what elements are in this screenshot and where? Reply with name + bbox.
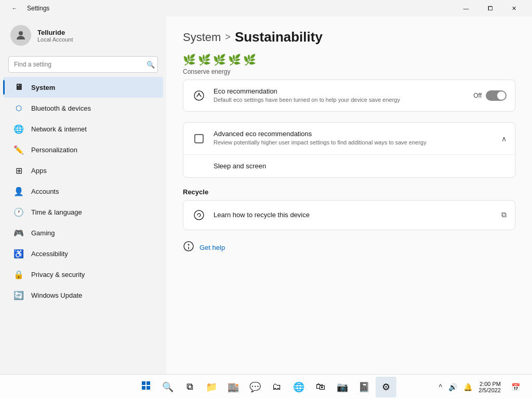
taskbar-right: ^ 🔊 🔔 2:00 PM 2/5/2022 📅 (437, 377, 526, 397)
recycle-link-action: ⧉ (501, 210, 507, 219)
taskbar-search-icon: 🔍 (162, 381, 174, 393)
svg-point-4 (194, 210, 204, 220)
sidebar-item-personalization[interactable]: ✏️ Personalization (3, 139, 163, 160)
sidebar-item-time[interactable]: 🕐 Time & language (3, 202, 163, 222)
app-title: Settings (27, 5, 49, 12)
sidebar-item-network[interactable]: 🌐 Network & internet (3, 118, 163, 139)
eco-toggle[interactable] (486, 90, 507, 101)
breadcrumb-separator: > (225, 32, 231, 43)
taskbar-center: 🔍 ⧉ 📁 🏬 💬 🗂 🌐 🛍 📷 📓 ⚙ (136, 377, 396, 397)
leaf-icons: 🌿 🌿 🌿 🌿 🌿 (183, 54, 515, 66)
svg-point-6 (188, 244, 190, 245)
profile-name: Telluride (37, 29, 73, 36)
window-controls: — ⧠ ✕ (454, 0, 526, 17)
taskbar-clock[interactable]: 2:00 PM 2/5/2022 (478, 381, 501, 393)
taskbar-files-button[interactable]: 🗂 (267, 377, 287, 397)
taskbar-sys-icons: ^ 🔊 🔔 (437, 382, 475, 392)
recycle-label: Recycle (183, 188, 515, 196)
taskbar-camera-button[interactable]: 📷 (332, 377, 353, 397)
leaf-icon-2: 🌿 (198, 54, 211, 66)
recycle-title: Learn how to recycle this device (214, 211, 494, 219)
minimize-button[interactable]: — (454, 0, 478, 17)
taskbar-search-button[interactable]: 🔍 (157, 377, 178, 397)
sidebar-item-system[interactable]: 🖥 System (3, 77, 163, 98)
taskbar-time-value: 2:00 PM (480, 381, 501, 387)
accessibility-icon: ♿ (14, 248, 24, 259)
taskbar-notepad-button[interactable]: 📓 (354, 377, 375, 397)
sleep-and-screen-item[interactable]: Sleep and screen (183, 155, 515, 177)
advanced-eco-header[interactable]: Advanced eco recommendations Review pote… (183, 123, 515, 154)
svg-rect-8 (142, 381, 145, 385)
taskbar-settings-button[interactable]: ⚙ (376, 377, 396, 397)
eco-recommendation-card: Eco recommendation Default eco settings … (183, 79, 515, 112)
get-help[interactable]: Get help (183, 241, 515, 255)
settings-taskbar-icon: ⚙ (382, 381, 390, 393)
nav-label-system: System (31, 84, 55, 91)
taskbar-store-button[interactable]: 🛍 (310, 377, 331, 397)
back-button[interactable]: ← (6, 0, 23, 17)
taskbar-fileexplorer-button[interactable]: 📁 (201, 377, 222, 397)
taskview-icon: ⧉ (187, 381, 193, 392)
chevron-up-icon[interactable]: ∧ (501, 135, 507, 143)
advanced-eco-text: Advanced eco recommendations Review pote… (214, 130, 494, 147)
taskbar-teams-button[interactable]: 💬 (245, 377, 265, 397)
nav-label-accessibility: Accessibility (31, 250, 68, 258)
close-button[interactable]: ✕ (502, 0, 526, 17)
nav-section: 🖥 System ⬡ Bluetooth & devices 🌐 Network… (0, 77, 166, 305)
nav-label-network: Network & internet (31, 125, 87, 133)
sidebar-item-update[interactable]: 🔄 Windows Update (3, 285, 163, 305)
maximize-button[interactable]: ⧠ (478, 0, 502, 17)
advanced-eco-section: Advanced eco recommendations Review pote… (183, 122, 515, 177)
taskbar-taskview-button[interactable]: ⧉ (179, 377, 200, 397)
nav-label-gaming: Gaming (31, 229, 55, 237)
update-icon: 🔄 (14, 290, 24, 300)
avatar (10, 25, 31, 46)
taskbar: 🔍 ⧉ 📁 🏬 💬 🗂 🌐 🛍 📷 📓 ⚙ (0, 374, 532, 399)
camera-icon: 📷 (337, 381, 348, 393)
start-button[interactable] (136, 377, 156, 397)
get-help-icon (183, 241, 194, 255)
sidebar-item-accessibility[interactable]: ♿ Accessibility (3, 243, 163, 264)
network-icon: 🌐 (14, 124, 24, 134)
recycle-icon (192, 208, 206, 222)
get-help-label[interactable]: Get help (200, 244, 225, 251)
search-input[interactable] (8, 56, 158, 73)
profile-type: Local Account (37, 36, 73, 43)
nav-label-privacy: Privacy & security (31, 271, 85, 278)
sidebar-item-bluetooth[interactable]: ⬡ Bluetooth & devices (3, 98, 163, 118)
sidebar-item-accounts[interactable]: 👤 Accounts (3, 181, 163, 202)
search-icon-button[interactable]: 🔍 (147, 61, 155, 69)
edge-icon: 🌐 (293, 381, 304, 393)
eco-recommendation-title: Eco recommendation (214, 87, 466, 95)
nav-label-personalization: Personalization (31, 146, 77, 154)
recycle-item[interactable]: Learn how to recycle this device ⧉ (183, 201, 515, 230)
breadcrumb-parent[interactable]: System (183, 31, 221, 44)
profile-section[interactable]: Telluride Local Account (0, 17, 166, 54)
leaf-icon-4: 🌿 (228, 54, 241, 66)
start-icon (141, 381, 151, 393)
notification-icon[interactable]: 🔔 (461, 382, 474, 392)
svg-point-2 (198, 93, 200, 95)
taskbar-edge-button[interactable]: 🌐 (288, 377, 309, 397)
taskbar-notification-panel[interactable]: 📅 (505, 377, 526, 397)
system-icon: 🖥 (14, 82, 24, 92)
files-icon: 🗂 (272, 381, 282, 392)
eco-recommendation-item[interactable]: Eco recommendation Default eco settings … (183, 80, 515, 111)
sidebar-item-gaming[interactable]: 🎮 Gaming (3, 222, 163, 243)
eco-toggle-group: Off (473, 90, 507, 101)
recycle-text: Learn how to recycle this device (214, 211, 494, 219)
svg-rect-9 (147, 381, 150, 385)
search-icon: 🔍 (147, 61, 155, 69)
search-box[interactable]: 🔍 (8, 56, 158, 73)
sidebar-item-privacy[interactable]: 🔒 Privacy & security (3, 264, 163, 285)
chevron-icon[interactable]: ^ (437, 382, 445, 392)
back-icon: ← (12, 5, 18, 11)
taskbar-microsoftstore-button[interactable]: 🏬 (223, 377, 244, 397)
eco-recommendation-icon (192, 88, 206, 103)
sidebar-item-apps[interactable]: ⊞ Apps (3, 160, 163, 181)
sleep-and-screen-label: Sleep and screen (214, 162, 266, 170)
advanced-eco-icon (192, 131, 206, 146)
sound-icon[interactable]: 🔊 (446, 382, 459, 392)
notepad-icon: 📓 (358, 381, 370, 393)
title-bar-left: ← Settings (6, 0, 49, 17)
